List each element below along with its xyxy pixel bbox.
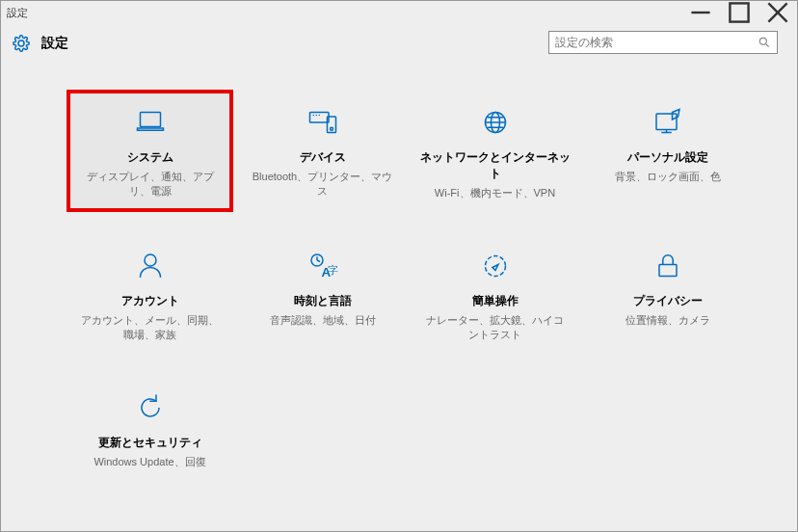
window-controls [681,1,797,24]
tile-network[interactable]: ネットワークとインターネット Wi-Fi、機内モード、VPN [413,92,576,210]
svg-rect-8 [309,113,329,123]
tile-title: プライバシー [590,293,745,309]
tile-personalization[interactable]: パーソナル設定 背景、ロック画面、色 [586,92,749,210]
ease-of-access-icon [478,249,513,283]
settings-grid: システム ディスプレイ、通知、アプリ、電源 デバイス Bluetooth、プリン… [1,63,797,488]
tile-title: デバイス [245,149,400,166]
svg-line-25 [317,260,320,262]
svg-point-13 [330,127,332,130]
tile-ease-of-access[interactable]: 簡単操作 ナレーター、拡大鏡、ハイコントラスト [413,235,576,352]
tile-time-language[interactable]: A字 時刻と言語 音声認識、地域、日付 [241,235,404,352]
tile-accounts[interactable]: アカウント アカウント、メール、同期、職場、家族 [68,235,231,352]
tile-desc: 音声認識、地域、日付 [245,313,400,328]
svg-text:字: 字 [327,263,337,275]
tile-update-security[interactable]: 更新とセキュリティ Windows Update、回復 [68,377,231,479]
devices-icon [306,105,340,140]
search-input[interactable] [555,36,758,49]
close-button[interactable] [758,1,797,24]
svg-rect-7 [137,128,163,130]
tile-title: 時刻と言語 [245,293,400,309]
tile-desc: 位置情報、カメラ [590,313,745,328]
settings-window: 設定 設定 システム ディスプレイ、通知、アプリ、電源 [0,0,798,532]
search-box[interactable] [548,31,778,54]
svg-point-4 [759,38,766,44]
tile-devices[interactable]: デバイス Bluetooth、プリンター、マウス [241,92,404,210]
tile-desc: 背景、ロック画面、色 [590,170,745,184]
tile-title: パーソナル設定 [590,149,745,166]
time-language-icon: A字 [306,249,340,283]
gear-icon [13,35,30,52]
tile-desc: Windows Update、回復 [72,455,227,469]
tile-desc: ディスプレイ、通知、アプリ、電源 [72,170,227,199]
laptop-icon [133,105,168,140]
svg-rect-1 [730,3,748,21]
update-icon [133,390,168,425]
titlebar: 設定 [1,1,797,24]
tile-title: システム [72,149,227,166]
globe-icon [478,105,513,140]
tile-title: アカウント [72,293,227,309]
maximize-button[interactable] [720,1,758,24]
minimize-button[interactable] [681,1,720,24]
tile-title: 簡単操作 [417,293,572,309]
tile-privacy[interactable]: プライバシー 位置情報、カメラ [586,235,749,352]
svg-rect-6 [140,113,160,127]
tile-system[interactable]: システム ディスプレイ、通知、アプリ、電源 [68,92,231,210]
tile-desc: ナレーター、拡大鏡、ハイコントラスト [417,313,572,342]
svg-point-22 [145,254,156,266]
lock-icon [651,249,685,283]
svg-rect-19 [656,114,677,130]
tile-desc: アカウント、メール、同期、職場、家族 [72,313,227,342]
tile-desc: Bluetooth、プリンター、マウス [245,170,400,199]
tile-desc: Wi-Fi、機内モード、VPN [417,186,572,200]
page-title: 設定 [41,35,68,52]
svg-point-9 [312,115,314,117]
tile-title: ネットワークとインターネット [417,149,572,182]
svg-point-11 [318,115,320,117]
person-icon [133,249,168,283]
search-icon [758,36,771,49]
tile-title: 更新とセキュリティ [72,435,227,451]
window-title: 設定 [7,6,28,20]
personalize-icon [651,105,685,140]
svg-line-5 [766,44,769,47]
svg-point-10 [315,115,317,117]
svg-rect-29 [659,264,677,276]
